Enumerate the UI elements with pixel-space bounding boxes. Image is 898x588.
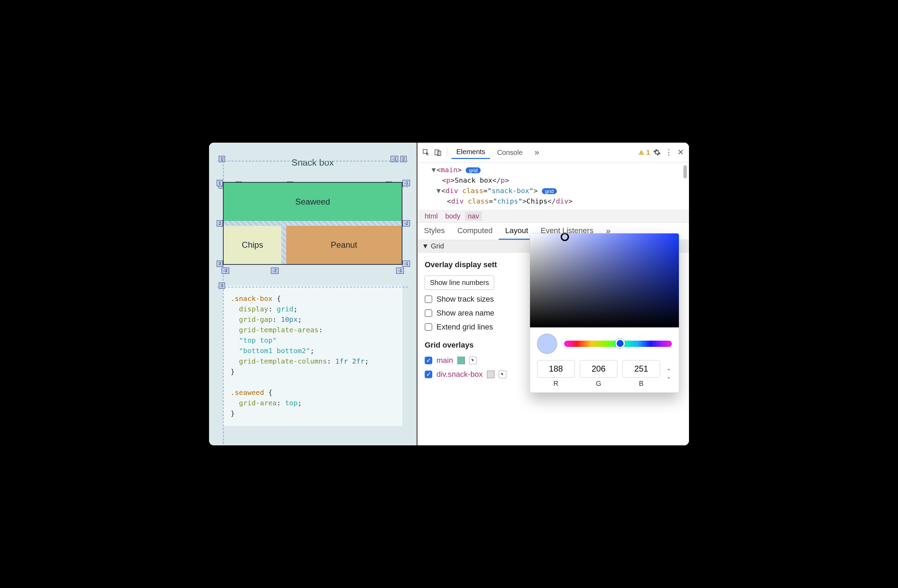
subtab-layout[interactable]: Layout (499, 223, 534, 240)
inspect-icon[interactable] (421, 148, 431, 157)
subtab-computed[interactable]: Computed (451, 223, 499, 240)
close-icon[interactable]: ✕ (676, 148, 686, 157)
tabs-overflow-icon[interactable]: » (530, 145, 544, 159)
gear-icon[interactable] (652, 148, 662, 157)
overlay-label[interactable]: div.snack-box (437, 370, 483, 379)
dom-tree[interactable]: ▼<main> grid <p>Snack box</p> ▼<div clas… (418, 163, 689, 210)
checkbox-area-names[interactable] (424, 309, 432, 317)
grid-line-label: -2 (271, 268, 278, 274)
saturation-indicator[interactable] (561, 233, 569, 241)
checkbox-extend-lines[interactable] (424, 323, 432, 331)
devtools-window: 1 -1 2 Snack box 2 1 2 3 Seaweed Chips P… (209, 143, 689, 445)
page-preview: 1 -1 2 Snack box 2 1 2 3 Seaweed Chips P… (209, 143, 418, 445)
grid-cell-peanut: Peanut (286, 226, 402, 264)
line-numbers-select[interactable]: Show line numbers (424, 276, 494, 290)
breadcrumb: html body nav (418, 210, 689, 223)
hue-slider[interactable] (564, 341, 672, 347)
current-color-swatch[interactable] (537, 334, 557, 354)
dom-tag-main[interactable]: main (441, 166, 457, 174)
devtools-toolbar: Elements Console » 1 ⋮ ✕ (418, 143, 689, 163)
grid-line-label: 1 (217, 180, 223, 186)
hue-indicator[interactable] (615, 339, 625, 348)
grid-line-label: 2 (217, 220, 223, 226)
grid-dash (217, 161, 408, 162)
code-block: .snack-box { display: grid; grid-gap: 10… (223, 286, 402, 426)
devtools-panel: Elements Console » 1 ⋮ ✕ ▼<main> grid <p… (418, 143, 689, 445)
grid-badge[interactable]: grid (466, 167, 481, 173)
breadcrumb-item[interactable]: body (442, 212, 463, 220)
checkbox-label: Extend grid lines (437, 323, 493, 332)
dom-text: Snack box (455, 176, 492, 185)
snack-box-grid: Seaweed Chips Peanut 1 -1 2 -2 3 -1 -3 -… (223, 182, 402, 265)
checkbox-overlay-main[interactable]: ✓ (424, 357, 432, 364)
breadcrumb-item[interactable]: nav (465, 212, 482, 220)
color-swatch[interactable] (457, 357, 465, 364)
subtab-styles[interactable]: Styles (418, 223, 451, 240)
warnings-count: 1 (646, 149, 650, 157)
color-b-input[interactable] (622, 360, 660, 377)
dom-text: Chips (527, 197, 547, 205)
warnings-badge[interactable]: 1 (638, 149, 650, 157)
grid-line-label: -1 (402, 260, 410, 267)
grid-line-label: -2 (402, 220, 410, 226)
color-r-input[interactable] (537, 360, 575, 377)
color-picker-popover: R G B ⌃⌄ (530, 233, 679, 393)
checkbox-label: Show area name (437, 309, 494, 318)
tab-elements[interactable]: Elements (451, 146, 490, 159)
grid-line-label: 3 (219, 283, 225, 289)
breadcrumb-item[interactable]: html (422, 212, 441, 220)
grid-line-label: -3 (221, 268, 229, 274)
page-title: Snack box (217, 157, 408, 168)
svg-rect-1 (435, 150, 439, 155)
highlight-toggle-icon[interactable] (499, 371, 506, 378)
grid-badge[interactable]: grid (542, 188, 557, 194)
tab-console[interactable]: Console (492, 146, 527, 159)
section-title: Grid (431, 242, 444, 250)
grid-cell-seaweed: Seaweed (224, 183, 402, 221)
color-channel-label: G (580, 380, 618, 388)
dom-attr: snack-box (492, 186, 529, 195)
color-channel-label: B (622, 380, 660, 388)
color-swatch[interactable] (487, 371, 495, 378)
grid-line-label: 3 (217, 260, 223, 267)
grid-line-label: -1 (396, 268, 404, 274)
saturation-field[interactable] (530, 234, 679, 328)
color-g-input[interactable] (580, 360, 618, 377)
checkbox-label: Show track sizes (437, 295, 494, 304)
checkbox-track-sizes[interactable] (424, 296, 432, 303)
grid-line-label: -1 (402, 180, 410, 186)
device-toggle-icon[interactable] (433, 148, 443, 157)
disclosure-triangle-icon[interactable]: ▼ (422, 242, 429, 250)
color-channel-label: R (537, 380, 575, 388)
dom-attr: chips (497, 197, 518, 205)
checkbox-overlay-snackbox[interactable]: ✓ (424, 371, 432, 378)
grid-cell-chips: Chips (224, 226, 281, 264)
grid-dash (217, 287, 408, 287)
kebab-icon[interactable]: ⋮ (664, 148, 674, 157)
highlight-toggle-icon[interactable] (469, 357, 477, 364)
overlay-label[interactable]: main (437, 356, 453, 365)
color-mode-toggle-icon[interactable]: ⌃⌄ (665, 368, 672, 380)
scrollbar-thumb[interactable] (683, 165, 687, 179)
